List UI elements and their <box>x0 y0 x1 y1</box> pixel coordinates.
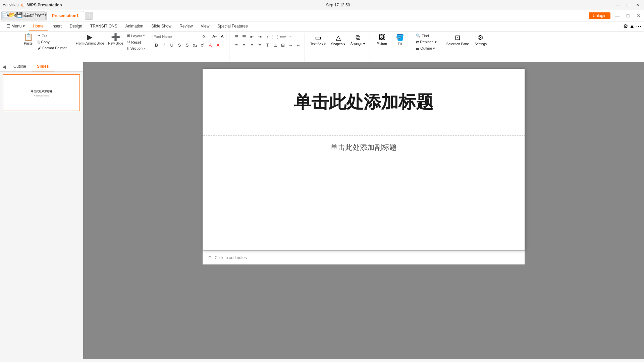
new-slide-label: New Slide <box>108 42 123 46</box>
undo-btn[interactable]: ↩ <box>30 11 34 18</box>
slide-thumbnail-1[interactable]: 1 单击此处添加标题 单击此处添加副标题 <box>3 74 80 111</box>
font-shrink-btn[interactable]: A- <box>219 33 226 40</box>
tab-special-features[interactable]: Special Features <box>213 22 252 31</box>
justify-btn[interactable]: ≡ <box>256 41 263 49</box>
notes-bar[interactable]: 🗒 Click to add notes <box>203 250 525 264</box>
font-grow-btn[interactable]: A+ <box>211 33 218 40</box>
shadow-btn[interactable]: S <box>183 41 191 49</box>
line-spacing-btn[interactable]: ↕ <box>264 33 271 40</box>
underline-btn[interactable]: U <box>168 41 175 49</box>
view-notes-btn[interactable]: 🗒 <box>550 360 558 362</box>
tab-animation[interactable]: Animation <box>121 22 147 31</box>
tab-view[interactable]: View <box>197 22 214 31</box>
shapes-btn[interactable]: △ Shapes ▾ <box>329 33 347 47</box>
section-btn[interactable]: § Section ▾ <box>126 46 146 51</box>
columns-btn[interactable]: ⋮⋮ <box>271 33 279 40</box>
italic-btn[interactable]: I <box>160 41 168 49</box>
font-color-btn[interactable]: A <box>214 41 222 49</box>
view-outline-btn[interactable]: ≡ <box>529 360 537 362</box>
quick-more-btn[interactable]: ▾ <box>45 12 47 17</box>
unlogin-btn[interactable]: Unlogin <box>589 12 610 19</box>
view-sorter-btn[interactable]: ⊟ <box>540 360 548 362</box>
tab-design[interactable]: Design <box>66 22 86 31</box>
paragraph-row-1: ☰ ☰ ⇤ ⇥ ↕ ⋮⋮ ⟾ ⋯ <box>233 33 294 40</box>
selection-pane-icon: ⊡ <box>455 34 461 42</box>
align-right-btn[interactable]: ≡ <box>248 41 256 49</box>
superscript-btn[interactable]: x² <box>199 41 206 49</box>
tab-transitions[interactable]: TRANSITIONS <box>86 22 121 31</box>
panel-toggle-btn[interactable]: ◀ <box>0 62 8 71</box>
view-reading-btn[interactable]: 📖 <box>561 360 569 362</box>
slides-tab[interactable]: Slides <box>32 62 54 71</box>
tab-home[interactable]: Home <box>29 22 48 31</box>
copy-btn[interactable]: ⎘ Copy <box>36 39 68 45</box>
toolbar-more-icon[interactable]: ⋯ <box>636 23 641 29</box>
new-slide-btn[interactable]: ➕ New Slide <box>107 33 124 46</box>
text-box-btn[interactable]: ▭ Text Box ▾ <box>308 33 328 47</box>
format-painter-btn[interactable]: 🖌 Format Painter <box>36 45 68 51</box>
replace-btn[interactable]: ⇄ Replace ▾ <box>415 39 438 45</box>
bold-btn[interactable]: B <box>153 41 160 49</box>
maximize-btn[interactable]: □ <box>625 3 631 7</box>
settings-label: Settings <box>475 42 487 46</box>
maximize-win-btn[interactable]: □ <box>624 12 632 20</box>
slide-canvas[interactable]: 单击此处添加标题 单击此处添加副标题 <box>203 69 525 250</box>
dec-indent-btn[interactable]: ← <box>294 41 302 49</box>
close-btn[interactable]: ✕ <box>634 3 641 7</box>
outline-tab[interactable]: Outline <box>8 62 32 71</box>
new-tab-btn[interactable]: + <box>85 12 93 20</box>
more-list-btn[interactable]: ⋯ <box>287 33 294 40</box>
numbering-btn[interactable]: ☰ <box>240 33 248 40</box>
clear-format-btn[interactable]: A <box>207 41 214 49</box>
subscript-btn[interactable]: x₂ <box>191 41 199 49</box>
print-btn[interactable]: 🖨 <box>23 12 29 18</box>
paste-btn[interactable]: 📋 Paste <box>21 33 35 46</box>
align-bottom-btn[interactable]: ⊞ <box>279 41 286 49</box>
toolbar-settings-icon[interactable]: ⚙ <box>623 23 628 29</box>
tab-slideshow[interactable]: Slide Show <box>147 22 175 31</box>
toolbar-expand-icon[interactable]: ▲ <box>629 23 635 29</box>
shapes-icon: △ <box>336 34 341 42</box>
fill-btn[interactable]: 🪣 Fill <box>391 33 408 47</box>
special-indent-btn[interactable]: ⟾ <box>279 33 286 40</box>
arrange-btn[interactable]: ⧉ Arrange ▾ <box>348 33 367 46</box>
close-win-btn[interactable]: ✕ <box>635 12 643 20</box>
settings-btn[interactable]: ⚙ Settings <box>472 33 489 47</box>
align-top-btn[interactable]: ⊤ <box>264 41 271 49</box>
find-btn[interactable]: 🔍 Find <box>415 33 438 39</box>
paste-icon: 📋 <box>24 34 33 41</box>
app-tab-presentation[interactable]: Presentation1 <box>46 11 84 20</box>
view-normal-btn[interactable]: ⊞ <box>518 360 526 362</box>
selection-pane-btn[interactable]: ⊡ Selection Pane <box>444 33 471 47</box>
font-name-input[interactable] <box>153 33 196 40</box>
tab-menu[interactable]: ☰ Menu ▾ <box>3 22 29 31</box>
minimize-btn[interactable]: — <box>614 3 622 7</box>
slide-subtitle-placeholder[interactable]: 单击此处添加副标题 <box>203 136 525 250</box>
strikethrough-btn[interactable]: S <box>176 41 183 49</box>
picture-btn[interactable]: 🖼 Picture <box>373 33 390 46</box>
align-left-btn[interactable]: ≡ <box>233 41 240 49</box>
undo2-btn[interactable]: ↩ <box>40 11 44 18</box>
from-current-slide-btn[interactable]: ▶ From Current Slide <box>74 33 105 46</box>
bullets-btn[interactable]: ☰ <box>233 33 240 40</box>
minimize-win-btn[interactable]: — <box>613 12 621 20</box>
fit-page-btn[interactable]: ⤢ <box>632 360 640 362</box>
new-file-btn[interactable]: 📄 <box>1 11 8 18</box>
tab-review[interactable]: Review <box>175 22 197 31</box>
redo-btn[interactable]: ↪ <box>35 11 39 18</box>
slide-title-placeholder[interactable]: 单击此处添加标题 <box>203 69 525 136</box>
cut-btn[interactable]: ✂ Cut <box>36 33 68 39</box>
inc-indent-btn[interactable]: → <box>287 41 294 49</box>
indent-less-btn[interactable]: ⇤ <box>248 33 256 40</box>
save-btn[interactable]: 💾 <box>16 11 23 18</box>
play-slideshow-btn[interactable]: ▶ <box>572 360 580 362</box>
indent-more-btn[interactable]: ⇥ <box>256 33 263 40</box>
outline-btn[interactable]: ☰ Outline ▾ <box>415 46 438 51</box>
layout-btn[interactable]: ⊞ Layout ▾ <box>126 33 146 39</box>
reset-btn[interactable]: ↺ Reset <box>126 39 146 45</box>
open-btn[interactable]: 📂 <box>9 11 15 18</box>
align-center-btn[interactable]: ≡ <box>240 41 248 49</box>
tab-insert[interactable]: Insert <box>48 22 66 31</box>
font-size-input[interactable] <box>197 33 210 40</box>
align-middle-btn[interactable]: ⊥ <box>271 41 279 49</box>
